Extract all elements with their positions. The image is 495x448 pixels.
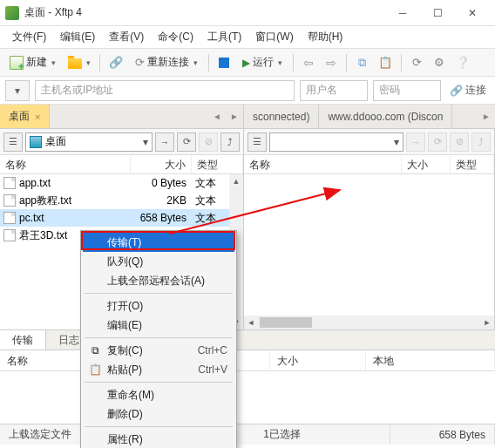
paste-icon: 📋	[88, 363, 102, 377]
session-tab-remote2[interactable]: www.ddooo.com (Discon	[319, 105, 452, 128]
menu-edit[interactable]: 编辑(E)	[53, 26, 102, 48]
ctx-props[interactable]: 属性(R)	[83, 430, 234, 448]
go-button: →	[406, 132, 425, 152]
tab-scroll-right[interactable]: ►	[226, 105, 243, 128]
scroll-right-icon[interactable]: ►	[480, 316, 494, 329]
menu-cmd[interactable]: 命令(C)	[151, 26, 200, 48]
paste-icon: 📋	[378, 56, 392, 69]
host-field[interactable]: 主机名或IP地址	[35, 80, 295, 101]
address-bar: ▾ 主机名或IP地址 用户名 密码 🔗连接	[0, 77, 495, 105]
file-name: app教程.txt	[19, 193, 71, 208]
menu-file[interactable]: 文件(F)	[5, 26, 53, 48]
paste-button[interactable]: 📋	[374, 52, 397, 73]
chevron-down-icon[interactable]: ▾	[394, 136, 399, 148]
maximize-button[interactable]: ☐	[420, 1, 455, 25]
ctx-paste[interactable]: 📋粘贴(P)Ctrl+V	[83, 360, 234, 379]
close-button[interactable]: ✕	[455, 1, 490, 25]
copy-icon: ⧉	[358, 56, 366, 70]
up-button[interactable]: ⤴	[220, 132, 240, 152]
col-type[interactable]: 类型	[451, 155, 494, 173]
view-mode-button[interactable]: ☰	[248, 132, 267, 152]
scroll-thumb[interactable]	[260, 317, 312, 328]
app-icon	[5, 6, 19, 20]
file-row[interactable]: app教程.txt 2KB 文本	[0, 192, 243, 209]
stop-button[interactable]	[214, 52, 234, 73]
remote-file-list[interactable]	[244, 174, 494, 316]
menu-help[interactable]: 帮助(H)	[301, 26, 350, 48]
connect-label: 连接	[465, 83, 486, 98]
session-tab-label: www.ddooo.com (Discon	[328, 111, 443, 123]
nav-fwd-button[interactable]: ⇨	[321, 52, 342, 73]
refresh-icon: ⟳	[412, 56, 422, 69]
context-menu: 传输(T) 队列(Q) 上载全部远程会话(A) 打开(O) 编辑(E) ⧉复制(…	[80, 230, 237, 448]
status-right: 658 Bytes	[390, 424, 495, 445]
nav-back-button[interactable]: ⇦	[298, 52, 319, 73]
scroll-left-icon[interactable]: ◄	[244, 316, 258, 329]
col-size[interactable]: 大小	[270, 350, 366, 370]
refresh-button[interactable]: ⟳	[177, 132, 196, 152]
transfer-list-header: 名称 进度 大小 本地	[0, 350, 495, 371]
menu-window[interactable]: 窗口(W)	[248, 26, 300, 48]
ctx-open[interactable]: 打开(O)	[83, 296, 234, 316]
window-title: 桌面 - Xftp 4	[24, 5, 385, 20]
user-field[interactable]: 用户名	[300, 80, 368, 101]
ctx-label: 重命名(M)	[107, 388, 154, 403]
ctx-upload-all[interactable]: 上载全部远程会话(A)	[83, 271, 234, 290]
pass-field[interactable]: 密码	[373, 80, 441, 101]
transfer-list[interactable]	[0, 371, 495, 424]
refresh-button[interactable]: ⟳	[406, 52, 427, 73]
stop-button: ⊘	[450, 132, 469, 152]
minimize-button[interactable]: ─	[385, 1, 420, 25]
ctx-rename[interactable]: 重命名(M)	[83, 385, 234, 404]
link-icon: 🔗	[109, 56, 123, 69]
go-button[interactable]: →	[155, 132, 174, 152]
col-type[interactable]: 类型	[192, 155, 243, 173]
path-text: 桌面	[45, 134, 66, 149]
help-button[interactable]: ❔	[451, 52, 474, 73]
file-row-selected[interactable]: pc.txt 658 Bytes 文本	[0, 209, 243, 227]
col-size[interactable]: 大小	[402, 155, 451, 173]
file-row[interactable]: app.txt 0 Bytes 文本	[0, 174, 243, 192]
reconnect-button[interactable]: ⟳重新连接	[129, 52, 204, 73]
local-path[interactable]: 桌面 ▾	[25, 132, 153, 152]
connect-button[interactable]: 🔗连接	[446, 83, 490, 98]
open-button[interactable]	[64, 52, 95, 73]
bottom-tabs: 传输 日志	[0, 329, 495, 350]
tab-scroll-right[interactable]: ►	[478, 105, 495, 128]
link-button[interactable]: 🔗	[105, 52, 127, 73]
menu-view[interactable]: 查看(V)	[102, 26, 151, 48]
ctx-label: 传输(T)	[107, 235, 141, 250]
tab-transfer[interactable]: 传输	[0, 330, 46, 350]
host-placeholder: 主机名或IP地址	[41, 83, 113, 98]
ctx-transfer[interactable]: 传输(T)	[83, 233, 234, 252]
settings-button[interactable]: ⚙	[429, 52, 450, 73]
copy-button[interactable]: ⧉	[351, 52, 372, 73]
local-pane-toolbar: ☰ 桌面 ▾ → ⟳ ⊘ ⤴	[0, 129, 243, 155]
run-button[interactable]: ▶运行	[236, 52, 288, 73]
remote-path[interactable]: ▾	[269, 132, 403, 152]
stop-button: ⊘	[199, 132, 218, 152]
col-name[interactable]: 名称	[244, 155, 402, 173]
session-tab-desktop[interactable]: 桌面×	[0, 105, 50, 128]
ctx-edit[interactable]: 编辑(E)	[83, 316, 234, 335]
panes: ☰ 桌面 ▾ → ⟳ ⊘ ⤴ 名称 大小 类型 app.txt 0 Bytes …	[0, 129, 495, 329]
tab-scroll-left[interactable]: ◄	[208, 105, 226, 128]
col-local[interactable]: 本地	[366, 350, 495, 370]
scrollbar-horizontal[interactable]: ◄ ►	[244, 316, 494, 329]
col-size[interactable]: 大小	[131, 155, 192, 173]
addr-dropdown[interactable]: ▾	[5, 80, 30, 101]
ctx-queue[interactable]: 队列(Q)	[83, 252, 234, 271]
tab-close-icon[interactable]: ×	[35, 112, 40, 122]
ctx-label: 打开(O)	[107, 299, 143, 314]
file-icon	[3, 212, 16, 224]
ctx-copy[interactable]: ⧉复制(C)Ctrl+C	[83, 341, 234, 360]
ctx-delete[interactable]: 删除(D)	[83, 404, 234, 424]
scroll-up-icon[interactable]: ▲	[229, 174, 243, 188]
view-mode-button[interactable]: ☰	[3, 132, 23, 152]
col-name[interactable]: 名称	[0, 155, 131, 173]
new-button[interactable]: 新建	[3, 52, 62, 73]
chevron-down-icon[interactable]: ▾	[143, 136, 148, 148]
session-tab-remote1[interactable]: sconnected)	[244, 105, 319, 128]
menu-tools[interactable]: 工具(T)	[200, 26, 248, 48]
pass-placeholder: 密码	[379, 83, 400, 98]
